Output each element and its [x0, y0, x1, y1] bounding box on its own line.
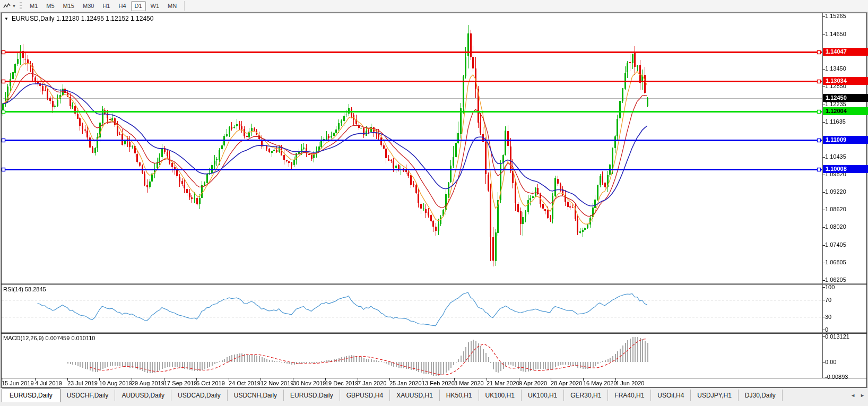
price-axis-label: 1.07405 — [825, 241, 846, 248]
date-label: 15 Jun 2019 — [2, 380, 34, 386]
timeframe-button-m15[interactable]: M15 — [59, 1, 78, 11]
date-label: 24 Oct 2019 — [229, 380, 261, 386]
timeframe-button-m30[interactable]: M30 — [79, 1, 98, 11]
rsi-label: RSI(14) 58.2845 — [3, 286, 46, 292]
date-label: 30 Nov 2019 — [293, 380, 326, 386]
chart-type-icon[interactable] — [2, 1, 12, 11]
toolbar: ▼ M1M5M15M30H1H4D1W1MN — [0, 0, 868, 12]
timeframe-button-m5[interactable]: M5 — [42, 1, 58, 11]
timeframe-button-w1[interactable]: W1 — [147, 1, 163, 11]
chart-title: ▼ EURUSD,Daily 1.12180 1.12495 1.12152 1… — [4, 15, 153, 22]
candlestick-chart-canvas[interactable] — [0, 0, 868, 406]
chart-tab-uk100-h1[interactable]: UK100,H1 — [479, 390, 522, 401]
timeframe-button-m1[interactable]: M1 — [26, 1, 41, 11]
price-axis-label: 1.09220 — [825, 188, 846, 195]
date-label: 5 Oct 2019 — [196, 380, 225, 386]
chevron-down-icon[interactable]: ▼ — [12, 4, 18, 8]
chart-tab-usdcad-daily[interactable]: USDCAD,Daily — [171, 390, 228, 401]
macd-label: MACD(12,26,9) 0.007459 0.010110 — [3, 335, 95, 341]
chart-tabs-bar: EURUSD,DailyUSDCHF,DailyAUDUSD,DailyUSDC… — [0, 388, 868, 406]
date-label: 13 Feb 2020 — [422, 380, 455, 386]
date-label: 16 May 2020 — [583, 380, 617, 386]
tab-scroll-right-button[interactable]: ► — [860, 393, 865, 398]
timeframe-button-mn[interactable]: MN — [164, 1, 180, 11]
price-axis-label: 1.11635 — [825, 118, 846, 125]
timeframe-button-d1[interactable]: D1 — [131, 1, 146, 11]
timeframe-button-h4[interactable]: H4 — [115, 1, 129, 11]
date-label: 12 Nov 2019 — [261, 380, 293, 386]
date-label: 4 Jun 2020 — [615, 380, 644, 386]
macd-axis-label: 0.013121 — [825, 333, 849, 340]
rsi-axis-label: 0 — [825, 326, 828, 333]
date-label: 4 Jul 2019 — [35, 380, 62, 386]
price-axis-label: 1.15265 — [825, 13, 846, 19]
price-axis-label: 1.10435 — [825, 153, 846, 160]
price-axis-label: 1.08620 — [825, 206, 846, 212]
rsi-axis-label: 70 — [825, 297, 831, 303]
hline-price-tag[interactable]: 1.14047 — [823, 48, 868, 56]
price-axis-label: 1.06205 — [825, 277, 846, 283]
chart-tab-usdchf-daily[interactable]: USDCHF,Daily — [60, 390, 116, 401]
date-label: 21 Mar 2020 — [487, 380, 519, 386]
chart-tab-usdjpy-h1[interactable]: USDJPY,H1 — [691, 390, 738, 401]
date-label: 28 Apr 2020 — [551, 380, 582, 386]
chart-tab-usdcnh-daily[interactable]: USDCNH,Daily — [228, 390, 284, 401]
hline-price-tag[interactable]: 1.11009 — [823, 136, 868, 144]
chart-tab-audusd-daily[interactable]: AUDUSD,Daily — [115, 390, 171, 401]
rsi-axis-label: 30 — [825, 314, 831, 320]
price-axis-label: 1.08020 — [825, 223, 846, 230]
macd-axis-label: -0.00893 — [825, 374, 848, 380]
hline-price-tag[interactable]: 1.10008 — [823, 165, 868, 173]
date-label: 7 Jan 2020 — [358, 380, 386, 386]
date-label: 17 Sep 2019 — [164, 380, 197, 386]
chart-tab-xauusd-h1[interactable]: XAUUSD,H1 — [390, 390, 440, 401]
chart-title-text: EURUSD,Daily 1.12180 1.12495 1.12152 1.1… — [12, 15, 154, 22]
hline-price-tag[interactable]: 1.13034 — [823, 77, 868, 85]
date-label: 29 Aug 2019 — [132, 380, 164, 386]
bid-price-tag: 1.12450 — [823, 94, 868, 102]
chart-tab-usoil-h4[interactable]: USOil,H4 — [651, 390, 691, 401]
price-axis-label: 1.06805 — [825, 259, 846, 265]
chart-tab-eurusd-daily[interactable]: EURUSD,Daily — [2, 388, 60, 402]
chart-tab-uk100-h1[interactable]: UK100,H1 — [522, 390, 564, 401]
chart-tabs: EURUSD,DailyUSDCHF,DailyAUDUSD,DailyUSDC… — [2, 388, 783, 402]
date-label: 3 Mar 2020 — [454, 380, 484, 386]
tab-scroll-arrows: ◄ ► — [850, 393, 865, 398]
macd-axis-label: 0.00 — [825, 359, 836, 365]
tab-scroll-left-button[interactable]: ◄ — [850, 393, 855, 398]
timeframe-buttons: M1M5M15M30H1H4D1W1MN — [25, 1, 181, 11]
toolbar-grip — [20, 2, 22, 10]
rsi-axis-label: 100 — [825, 284, 835, 290]
chart-tab-dj30-daily[interactable]: DJ30,Daily — [739, 390, 783, 401]
chart-tab-gbpusd-h4[interactable]: GBPUSD,H4 — [340, 390, 390, 401]
timeframe-button-h1[interactable]: H1 — [99, 1, 114, 11]
chart-tab-ger30-h1[interactable]: GER30,H1 — [564, 390, 608, 401]
collapse-triangle-icon: ▼ — [4, 16, 8, 21]
date-label: 25 Jan 2020 — [389, 380, 422, 386]
chart-tab-fra40-h1[interactable]: FRA40,H1 — [608, 390, 651, 401]
hline-price-tag[interactable]: 1.12004 — [823, 107, 868, 115]
toolbar-separator — [184, 1, 185, 11]
chart-tab-hk50-h1[interactable]: HK50,H1 — [440, 390, 479, 401]
chart-tab-eurusd-daily[interactable]: EURUSD,Daily — [284, 390, 340, 401]
price-axis-label: 1.13450 — [825, 65, 846, 72]
date-label: 10 Aug 2019 — [99, 380, 132, 386]
date-label: 19 Dec 2019 — [325, 380, 358, 386]
date-label: 23 Jul 2019 — [67, 380, 98, 386]
price-axis-label: 1.14650 — [825, 31, 846, 37]
date-label: 9 Apr 2020 — [519, 380, 547, 386]
